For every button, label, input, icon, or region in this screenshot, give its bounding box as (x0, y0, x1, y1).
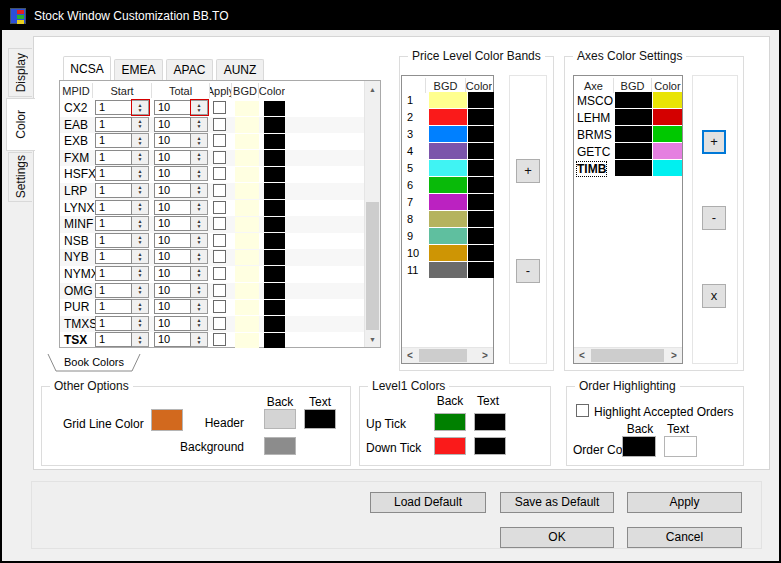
band-bgd-swatch[interactable] (429, 160, 467, 176)
save-as-default-button[interactable]: Save as Default (500, 492, 614, 513)
start-input[interactable]: 1 (95, 249, 132, 264)
axe-bgd-swatch[interactable] (615, 126, 652, 142)
up-tick-text-swatch[interactable] (474, 413, 506, 431)
down-tick-back-swatch[interactable] (434, 437, 466, 455)
total-input[interactable]: 10 (154, 233, 191, 248)
band-color-swatch[interactable] (468, 211, 494, 227)
axe-color-swatch[interactable] (653, 143, 682, 159)
axe-color-swatch[interactable] (653, 126, 682, 142)
spin-down-icon[interactable]: ▼ (197, 141, 202, 146)
band-bgd-swatch[interactable] (429, 126, 467, 142)
scroll-right-icon[interactable]: > (666, 348, 682, 363)
bgd-swatch[interactable] (235, 101, 259, 117)
spinner-buttons[interactable]: ▲▼ (191, 117, 208, 132)
color-swatch[interactable] (264, 266, 285, 282)
total-input[interactable]: 10 (154, 100, 191, 115)
band-color-swatch[interactable] (468, 177, 494, 193)
spinner-buttons[interactable]: ▲▼ (191, 100, 208, 115)
scroll-down-icon[interactable]: ▼ (365, 331, 380, 347)
apply-checkbox[interactable] (213, 250, 226, 263)
spin-down-icon[interactable]: ▼ (138, 257, 143, 262)
apply-checkbox[interactable] (213, 234, 226, 247)
start-input[interactable]: 1 (95, 100, 132, 115)
bgd-swatch[interactable] (235, 250, 259, 266)
spinner-buttons[interactable]: ▲▼ (132, 183, 149, 198)
apply-checkbox[interactable] (213, 217, 226, 230)
spin-down-icon[interactable]: ▼ (197, 174, 202, 179)
spinner-buttons[interactable]: ▲▼ (132, 133, 149, 148)
header-text-swatch[interactable] (304, 409, 336, 429)
apply-checkbox[interactable] (213, 284, 226, 297)
scroll-right-icon[interactable]: > (477, 348, 493, 363)
total-input[interactable]: 10 (154, 249, 191, 264)
axe-color-swatch[interactable] (653, 109, 682, 125)
tab-color[interactable]: Color (6, 98, 35, 151)
band-bgd-swatch[interactable] (429, 211, 467, 227)
color-swatch[interactable] (264, 217, 285, 233)
spinner-buttons[interactable]: ▲▼ (191, 283, 208, 298)
bgd-swatch[interactable] (235, 183, 259, 199)
spin-down-icon[interactable]: ▼ (197, 307, 202, 312)
total-input[interactable]: 10 (154, 200, 191, 215)
spinner-buttons[interactable]: ▲▼ (191, 299, 208, 314)
band-bgd-swatch[interactable] (429, 245, 467, 261)
start-input[interactable]: 1 (95, 166, 132, 181)
color-swatch[interactable] (264, 316, 285, 332)
band-color-swatch[interactable] (468, 92, 494, 108)
apply-checkbox[interactable] (213, 300, 226, 313)
apply-checkbox[interactable] (213, 167, 226, 180)
tab-aunz[interactable]: AUNZ (216, 59, 264, 80)
spinner-buttons[interactable]: ▲▼ (132, 316, 149, 331)
scrollbar-thumb[interactable] (419, 349, 467, 362)
bgd-swatch[interactable] (235, 300, 259, 316)
band-color-swatch[interactable] (468, 262, 494, 278)
spinner-buttons[interactable]: ▲▼ (132, 249, 149, 264)
band-bgd-swatch[interactable] (429, 228, 467, 244)
color-swatch[interactable] (264, 150, 285, 166)
order-text-swatch[interactable] (664, 436, 697, 457)
axes-add-button[interactable]: + (702, 130, 726, 154)
color-swatch[interactable] (264, 283, 285, 299)
scrollbar-thumb[interactable] (366, 202, 379, 330)
spin-down-icon[interactable]: ▼ (138, 340, 143, 345)
spin-down-icon[interactable]: ▼ (197, 224, 202, 229)
cancel-button[interactable]: Cancel (627, 527, 742, 548)
color-swatch[interactable] (264, 101, 285, 117)
spinner-buttons[interactable]: ▲▼ (132, 266, 149, 281)
total-input[interactable]: 10 (154, 183, 191, 198)
spinner-buttons[interactable]: ▲▼ (132, 216, 149, 231)
up-tick-back-swatch[interactable] (434, 413, 466, 431)
scroll-left-icon[interactable]: < (402, 348, 418, 363)
spin-down-icon[interactable]: ▼ (197, 273, 202, 278)
apply-checkbox[interactable] (213, 118, 226, 131)
start-input[interactable]: 1 (95, 316, 132, 331)
apply-checkbox[interactable] (213, 134, 226, 147)
start-input[interactable]: 1 (95, 332, 132, 347)
header-back-swatch[interactable] (264, 409, 296, 429)
axes-delete-button[interactable]: x (702, 284, 726, 308)
spin-down-icon[interactable]: ▼ (197, 207, 202, 212)
axe-color-swatch[interactable] (653, 160, 682, 176)
spin-down-icon[interactable]: ▼ (138, 307, 143, 312)
color-swatch[interactable] (264, 233, 285, 249)
price-remove-button[interactable]: - (516, 259, 540, 283)
apply-button[interactable]: Apply (627, 492, 742, 513)
spinner-buttons[interactable]: ▲▼ (191, 316, 208, 331)
color-swatch[interactable] (264, 183, 285, 199)
band-color-swatch[interactable] (468, 126, 494, 142)
spinner-buttons[interactable]: ▲▼ (191, 133, 208, 148)
total-input[interactable]: 10 (154, 117, 191, 132)
axe-bgd-swatch[interactable] (615, 143, 652, 159)
bgd-swatch[interactable] (235, 150, 259, 166)
down-tick-text-swatch[interactable] (474, 437, 506, 455)
spinner-buttons[interactable]: ▲▼ (191, 183, 208, 198)
axe-bgd-swatch[interactable] (615, 92, 652, 108)
spinner-buttons[interactable]: ▲▼ (191, 150, 208, 165)
spinner-buttons[interactable]: ▲▼ (191, 200, 208, 215)
spin-down-icon[interactable]: ▼ (138, 157, 143, 162)
start-input[interactable]: 1 (95, 299, 132, 314)
tab-settings[interactable]: Settings (8, 152, 32, 202)
spinner-buttons[interactable]: ▲▼ (132, 233, 149, 248)
band-color-swatch[interactable] (468, 143, 494, 159)
apply-checkbox[interactable] (213, 267, 226, 280)
